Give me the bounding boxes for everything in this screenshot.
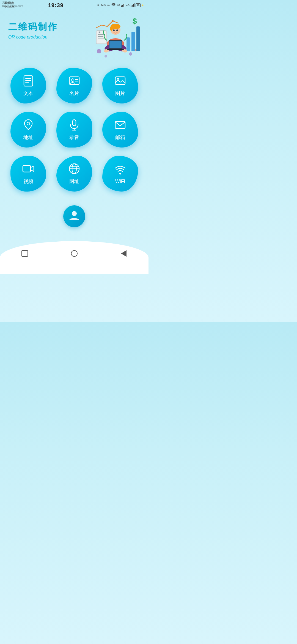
recent-apps-icon xyxy=(21,250,28,257)
svg-rect-46 xyxy=(73,120,76,126)
back-button[interactable] xyxy=(117,249,131,258)
svg-rect-5 xyxy=(132,5,133,7)
svg-rect-0 xyxy=(121,6,122,7)
svg-rect-7 xyxy=(134,3,134,7)
svg-point-24 xyxy=(110,26,113,31)
image-button[interactable]: 图片 xyxy=(100,68,140,103)
profile-icon xyxy=(68,209,81,224)
text-button[interactable]: 文本 xyxy=(8,68,49,103)
signal1-icon: 4G xyxy=(117,4,120,7)
battery-icon: 49 ⚡ xyxy=(136,3,144,7)
card-label: 名片 xyxy=(69,90,79,97)
image-icon xyxy=(114,75,126,88)
svg-point-34 xyxy=(116,29,118,31)
home-icon xyxy=(71,250,78,257)
url-label: 网址 xyxy=(69,178,79,185)
back-icon xyxy=(121,250,127,257)
email-label: 邮箱 xyxy=(115,134,125,141)
svg-text:≡: ≡ xyxy=(98,30,100,34)
svg-rect-14 xyxy=(136,26,140,51)
svg-point-21 xyxy=(112,20,114,22)
svg-rect-31 xyxy=(109,41,122,48)
svg-rect-13 xyxy=(131,32,135,51)
svg-rect-18 xyxy=(98,36,103,37)
profile-button[interactable] xyxy=(63,205,85,227)
svg-rect-43 xyxy=(115,77,125,84)
button-grid: 文本 名片 xyxy=(0,62,148,197)
svg-point-8 xyxy=(97,49,101,53)
svg-rect-2 xyxy=(123,4,124,7)
card-button[interactable]: 名片 xyxy=(54,68,95,103)
audio-label: 录音 xyxy=(69,134,79,141)
svg-rect-35 xyxy=(24,76,33,86)
nav-bar xyxy=(0,241,148,274)
video-button[interactable]: 视频 xyxy=(8,156,49,192)
audio-icon xyxy=(68,119,80,132)
header: 二维码制作 QR code production $ ≡ xyxy=(0,10,148,62)
svg-rect-32 xyxy=(107,49,124,50)
svg-point-40 xyxy=(71,79,74,81)
email-icon xyxy=(114,119,126,132)
svg-rect-50 xyxy=(23,165,31,172)
svg-rect-19 xyxy=(98,39,104,39)
app-title: 二维码制作 xyxy=(8,21,58,33)
text-icon xyxy=(22,75,34,88)
header-illustration: $ ≡ xyxy=(91,15,140,59)
wifi-icon-btn xyxy=(114,163,126,177)
wifi-label: WiFi xyxy=(115,179,125,184)
eye-icon: 👁 xyxy=(97,4,100,7)
svg-rect-12 xyxy=(127,37,130,51)
bottom-section xyxy=(0,197,148,233)
svg-point-9 xyxy=(105,55,107,58)
watermark: 流星社区 bbs.liuxingw.com xyxy=(2,1,23,7)
wifi-icon xyxy=(111,3,116,7)
address-label: 地址 xyxy=(23,134,33,141)
svg-point-33 xyxy=(113,29,115,31)
video-icon xyxy=(22,163,34,176)
url-icon xyxy=(68,163,80,176)
url-button[interactable]: 网址 xyxy=(54,156,95,192)
recent-apps-button[interactable] xyxy=(18,249,32,258)
svg-point-45 xyxy=(27,122,30,125)
text-label: 文本 xyxy=(23,90,33,97)
svg-point-56 xyxy=(119,173,121,174)
speed-value: 14.3 xyxy=(101,4,106,7)
speed-unit: K/s xyxy=(107,4,110,7)
svg-rect-4 xyxy=(131,6,131,7)
address-icon xyxy=(22,119,34,132)
svg-rect-3 xyxy=(125,3,125,7)
svg-text:$: $ xyxy=(133,17,137,25)
status-icons: 👁 14.3 K/s 4G 4G xyxy=(97,3,144,7)
app-subtitle: QR code production xyxy=(8,35,58,40)
svg-rect-1 xyxy=(122,5,123,7)
svg-rect-49 xyxy=(115,121,125,129)
signal2-icon xyxy=(121,3,125,7)
home-button[interactable] xyxy=(67,249,81,258)
signal3-icon: 4G xyxy=(126,4,130,7)
svg-point-57 xyxy=(72,211,77,216)
signal4-icon xyxy=(131,3,134,7)
address-button[interactable]: 地址 xyxy=(8,112,49,148)
time-display: 19:39 xyxy=(48,2,64,9)
audio-button[interactable]: 录音 xyxy=(54,112,95,148)
wifi-button[interactable]: WiFi xyxy=(100,156,140,192)
video-label: 视频 xyxy=(23,178,33,185)
svg-point-10 xyxy=(129,52,132,56)
email-button[interactable]: 邮箱 xyxy=(100,112,140,148)
image-label: 图片 xyxy=(115,90,125,97)
svg-rect-6 xyxy=(133,4,134,7)
card-icon xyxy=(68,75,80,88)
